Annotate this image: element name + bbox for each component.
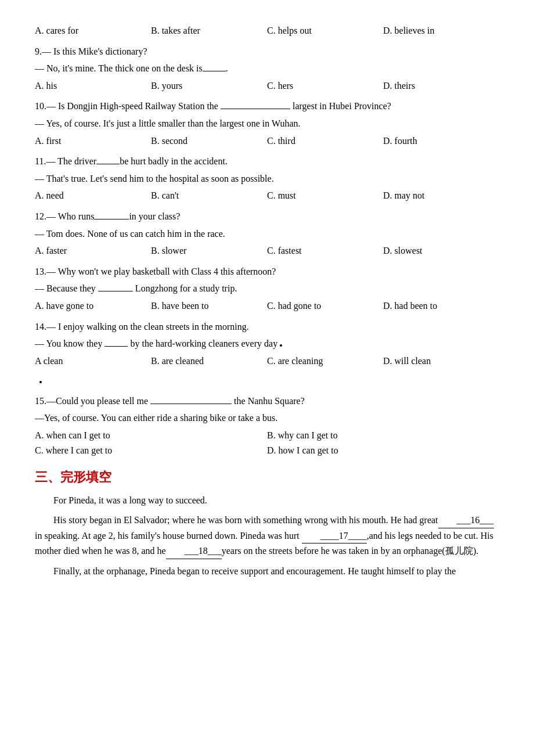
blank-18: ___18___ — [166, 543, 222, 559]
q12-option-a: A. faster — [35, 243, 151, 258]
dot-decoration — [280, 344, 282, 347]
q14-text1: 14.— I enjoy walking on the clean street… — [35, 322, 249, 332]
q8-option-c: C. helps out — [267, 23, 383, 38]
q13-text2end: Longzhong for a study trip. — [135, 283, 237, 293]
q8-option-a: A. cares for — [35, 23, 151, 38]
q11-text1end: be hurt badly in the accident. — [120, 156, 228, 166]
section3-para3: Finally, at the orphanage, Pineda began … — [35, 564, 499, 579]
q10-text1end: largest in Hubei Province? — [293, 101, 391, 111]
q14-dot2 — [37, 373, 499, 388]
q10-option-b: B. second — [151, 134, 267, 149]
q12-block: 12.— Who runsin your class? — Tom does. … — [35, 209, 499, 258]
blank-16: ___16___ — [438, 513, 494, 528]
q14-line2: — You know they by the hard-working clea… — [35, 336, 499, 351]
q12-text1: 12.— Who runs — [35, 211, 94, 221]
q13-option-d: D. had been to — [383, 298, 499, 314]
q15-option-c: C. where I can get to — [35, 443, 267, 458]
q10-text2: — Yes, of course. It's just a little sma… — [35, 118, 301, 128]
para2d-text: years on the streets before he was taken… — [222, 546, 479, 556]
q13-text1: 13.— Why won't we play basketball with C… — [35, 267, 276, 276]
q14-block: 14.— I enjoy walking on the clean street… — [35, 319, 499, 388]
q15-text1: 15.—Could you please tell me — [35, 396, 148, 406]
q14-options-row: A clean B. are cleaned C. are cleaning D… — [35, 354, 499, 369]
q15-line1: 15.—Could you please tell me the Nanhu S… — [35, 394, 499, 409]
q15-blank — [150, 404, 232, 404]
q10-line2: — Yes, of course. It's just a little sma… — [35, 116, 499, 131]
q15-line2: —Yes, of course. You can either ride a s… — [35, 411, 499, 426]
q12-line1: 12.— Who runsin your class? — [35, 209, 499, 224]
q11-blank — [96, 164, 120, 164]
q10-blank — [221, 109, 290, 109]
q13-line2: — Because they Longzhong for a study tri… — [35, 281, 499, 296]
q11-text2: — That's true. Let's send him to the hos… — [35, 174, 274, 183]
q10-option-c: C. third — [267, 134, 383, 149]
q10-option-d: D. fourth — [383, 134, 499, 149]
q13-text2: — Because they — [35, 283, 96, 293]
q14-option-b: B. are cleaned — [151, 354, 267, 369]
q15-option-d: D. how I can get to — [267, 443, 499, 458]
section3-block: 三、完形填空 For Pineda, it was a long way to … — [35, 467, 499, 578]
q10-block: 10.— Is Dongjin High-speed Railway Stati… — [35, 99, 499, 148]
q8-option-d: D. believes in — [383, 23, 499, 38]
q9-option-c: C. hers — [267, 78, 383, 93]
q14-text2end: by the hard-working cleaners every day — [130, 339, 277, 348]
q9-line2: — No, it's mine. The thick one on the de… — [35, 61, 499, 76]
para2b-text: in speaking. At age 2, his family's hous… — [35, 531, 300, 541]
q15-block: 15.—Could you please tell me the Nanhu S… — [35, 394, 499, 458]
q15-text1end: the Nanhu Square? — [234, 396, 305, 406]
q12-line2: — Tom does. None of us can catch him in … — [35, 226, 499, 242]
q14-option-d: D. will clean — [383, 354, 499, 369]
q13-option-c: C. had gone to — [267, 298, 383, 314]
q9-option-d: D. theirs — [383, 78, 499, 93]
q11-text1: 11.— The driver — [35, 156, 96, 166]
q9-option-b: B. yours — [151, 78, 267, 93]
q12-option-b: B. slower — [151, 243, 267, 258]
q13-block: 13.— Why won't we play basketball with C… — [35, 264, 499, 314]
q9-option-a: A. his — [35, 78, 151, 93]
q9-block: 9.— Is this Mike's dictionary? — No, it'… — [35, 44, 499, 93]
q13-option-a: A. have gone to — [35, 298, 151, 314]
blank-17: ____17____ — [302, 528, 367, 544]
q10-text1: 10.— Is Dongjin High-speed Railway Stati… — [35, 101, 218, 111]
q12-option-c: C. fastest — [267, 243, 383, 258]
section3-para2: His story began in El Salvador; where he… — [35, 513, 499, 559]
section3-title: 三、完形填空 — [35, 467, 499, 487]
q12-blank — [94, 219, 129, 219]
q11-option-b: B. can't — [151, 188, 267, 203]
q11-line1: 11.— The driverbe hurt badly in the acci… — [35, 154, 499, 169]
q15-option-a: A. when can I get to — [35, 428, 267, 443]
q14-line1: 14.— I enjoy walking on the clean street… — [35, 319, 499, 334]
q15-options: A. when can I get to B. why can I get to… — [35, 428, 499, 458]
dot-decoration2 — [39, 381, 42, 383]
q11-option-a: A. need — [35, 188, 151, 203]
q12-options: A. faster B. slower C. fastest D. slowes… — [35, 243, 499, 258]
q11-option-d: D. may not — [383, 188, 499, 203]
q9-line1: 9.— Is this Mike's dictionary? — [35, 44, 499, 59]
q15-text2: —Yes, of course. You can either ride a s… — [35, 413, 277, 423]
q14-blank — [104, 346, 128, 347]
q8-options-row: A. cares for B. takes after C. helps out… — [35, 23, 499, 38]
q8-options-block: A. cares for B. takes after C. helps out… — [35, 23, 499, 38]
para2-text: His story began in El Salvador; where he… — [53, 515, 438, 525]
q14-text2: — You know they — [35, 339, 102, 348]
q9-text1: 9.— Is this Mike's dictionary? — [35, 46, 147, 56]
q9-text2end: . — [226, 63, 228, 73]
q11-options: A. need B. can't C. must D. may not — [35, 188, 499, 203]
q13-line1: 13.— Why won't we play basketball with C… — [35, 264, 499, 279]
q14-option-a: A clean — [35, 354, 151, 369]
q10-line1: 10.— Is Dongjin High-speed Railway Stati… — [35, 99, 499, 114]
q9-options: A. his B. yours C. hers D. theirs — [35, 78, 499, 93]
q15-option-b: B. why can I get to — [267, 428, 499, 443]
q14-option-c: C. are cleaning — [267, 354, 383, 369]
q12-option-d: D. slowest — [383, 243, 499, 258]
q12-text2: — Tom does. None of us can catch him in … — [35, 229, 225, 239]
section3-para1: For Pineda, it was a long way to succeed… — [35, 493, 499, 508]
q9-text2: — No, it's mine. The thick one on the de… — [35, 63, 203, 73]
q10-option-a: A. first — [35, 134, 151, 149]
q10-options: A. first B. second C. third D. fourth — [35, 134, 499, 149]
q13-blank — [98, 291, 133, 291]
q12-text1end: in your class? — [129, 211, 180, 221]
q11-option-c: C. must — [267, 188, 383, 203]
q14-options: A clean B. are cleaned C. are cleaning D… — [35, 354, 499, 369]
q9-blank — [203, 71, 226, 71]
